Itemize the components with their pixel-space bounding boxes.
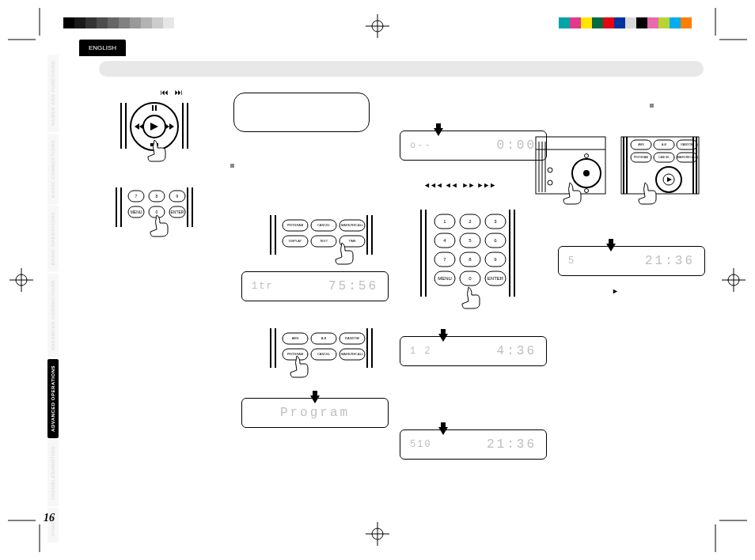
svg-text:CANCEL: CANCEL — [317, 223, 331, 227]
front-panel-diagram: AMSA-BRANDOMPROGRAMCANCELMARK/RECALL — [534, 121, 700, 208]
svg-text:9: 9 — [176, 194, 179, 199]
svg-rect-63 — [275, 328, 276, 368]
svg-rect-65 — [371, 328, 373, 368]
svg-rect-81 — [425, 210, 427, 297]
language-tab: ENGLISH — [79, 40, 126, 56]
section-title-bar — [99, 61, 704, 77]
page-number: 16 — [44, 512, 55, 524]
svg-rect-22 — [182, 103, 184, 149]
arrow-down-icon — [605, 239, 617, 252]
svg-marker-26 — [150, 123, 158, 131]
side-tab: ADVANCED CONNECTIONS — [47, 274, 59, 358]
svg-text:MARK/RECALL: MARK/RECALL — [341, 352, 364, 356]
lcd-display-6: 5 21:36 — [558, 246, 705, 276]
svg-rect-28 — [155, 105, 157, 111]
svg-rect-49 — [371, 215, 373, 255]
play-icon: ► — [612, 287, 619, 295]
svg-rect-27 — [152, 105, 154, 111]
svg-text:AMS: AMS — [292, 336, 299, 340]
svg-rect-47 — [275, 215, 276, 255]
registration-mark-left — [9, 268, 33, 292]
registration-mark-top — [366, 14, 389, 38]
grayscale-bar — [63, 17, 185, 28]
svg-point-116 — [548, 168, 552, 172]
svg-rect-48 — [366, 215, 368, 255]
side-tab: BASIC CONNECTIONS — [47, 134, 59, 204]
side-tab: BASIC OPERATIONS — [47, 206, 59, 272]
color-bar — [559, 17, 692, 28]
svg-rect-31 — [120, 187, 122, 227]
svg-text:CANCEL: CANCEL — [317, 352, 331, 356]
lcd-display-3: o-- 0:00 — [400, 131, 547, 161]
svg-text:TIME: TIME — [348, 239, 356, 243]
registration-mark-right — [722, 268, 746, 292]
svg-text:DISPLAY: DISPLAY — [289, 239, 302, 243]
lcd-display-program: Program — [241, 398, 389, 428]
svg-rect-62 — [270, 328, 271, 368]
registration-mark-bottom — [366, 522, 389, 546]
remote-numpad-small: 789MENU0ENTER — [111, 186, 198, 249]
svg-rect-139 — [692, 137, 694, 194]
svg-rect-23 — [187, 103, 188, 149]
skip-fwd-icon: ⏭ — [175, 88, 183, 96]
lcd-display-5: 510 21:36 — [400, 429, 547, 460]
svg-marker-108 — [438, 329, 448, 342]
forward-2x-icon: ►►► — [476, 181, 495, 189]
svg-marker-136 — [667, 177, 672, 182]
skip-back-icon: ⏮ — [161, 88, 169, 96]
svg-rect-138 — [626, 137, 628, 194]
instruction-box — [233, 93, 370, 132]
svg-text:RANDOM: RANDOM — [345, 336, 359, 340]
svg-text:A-B: A-B — [321, 336, 327, 340]
svg-rect-33 — [192, 187, 193, 227]
bullet-icon — [230, 164, 234, 168]
arrow-down-icon — [437, 422, 450, 435]
svg-text:AMS: AMS — [638, 143, 644, 146]
svg-marker-141 — [606, 239, 616, 252]
bullet-icon — [650, 104, 654, 108]
svg-text:MARK/RECALL: MARK/RECALL — [341, 223, 364, 227]
svg-text:MENU: MENU — [438, 276, 452, 281]
svg-rect-46 — [270, 215, 271, 255]
svg-text:ENTER: ENTER — [488, 276, 504, 281]
arrow-down-icon — [432, 123, 445, 136]
svg-rect-82 — [509, 210, 510, 297]
svg-rect-64 — [366, 328, 368, 368]
svg-text:ENTER: ENTER — [171, 210, 184, 214]
side-tabs: NAMES AND FUNCTIONSBASIC CONNECTIONSBASI… — [47, 55, 70, 544]
svg-point-117 — [548, 180, 552, 185]
svg-point-115 — [585, 189, 589, 193]
rewind-2x-icon: ◄◄◄ — [423, 181, 442, 189]
svg-text:0: 0 — [156, 210, 158, 214]
rewind-icon: ◄◄ — [445, 181, 457, 189]
svg-text:A-B: A-B — [662, 143, 667, 146]
svg-text:PROGRAM: PROGRAM — [634, 156, 648, 159]
remote-buttons-ams: AMSA-BRANDOMPROGRAMCANCELMARK/RECALL — [267, 327, 378, 390]
svg-rect-21 — [125, 103, 127, 149]
svg-rect-140 — [696, 137, 697, 194]
svg-marker-78 — [310, 391, 320, 403]
svg-text:PROGRAM: PROGRAM — [287, 223, 304, 227]
remote-buttons-program: PROGRAMCANCELMARK/RECALLDISPLAYTEXTTIME — [267, 214, 378, 277]
svg-rect-20 — [120, 103, 122, 149]
side-tab: TROUBLESHOOTING — [47, 440, 59, 507]
svg-rect-80 — [420, 210, 422, 297]
svg-rect-32 — [187, 187, 188, 227]
remote-playback-control — [111, 99, 198, 174]
svg-text:PROGRAM: PROGRAM — [287, 352, 304, 356]
svg-text:8: 8 — [156, 194, 158, 199]
remote-numpad-full: 123456789MENU0ENTER — [417, 208, 520, 327]
svg-marker-109 — [438, 422, 448, 435]
svg-text:TEXT: TEXT — [320, 239, 328, 243]
svg-marker-79 — [434, 123, 443, 136]
forward-icon: ►► — [462, 181, 475, 189]
svg-point-114 — [585, 154, 589, 158]
svg-text:CANCEL: CANCEL — [658, 156, 670, 159]
svg-rect-83 — [514, 210, 515, 297]
svg-rect-137 — [623, 137, 624, 194]
arrow-down-icon — [437, 329, 450, 342]
side-tab: ADVANCED OPERATIONS — [47, 359, 59, 438]
svg-text:MENU: MENU — [131, 210, 142, 214]
arrow-down-icon — [309, 391, 321, 403]
svg-text:RANDOM: RANDOM — [681, 143, 693, 146]
